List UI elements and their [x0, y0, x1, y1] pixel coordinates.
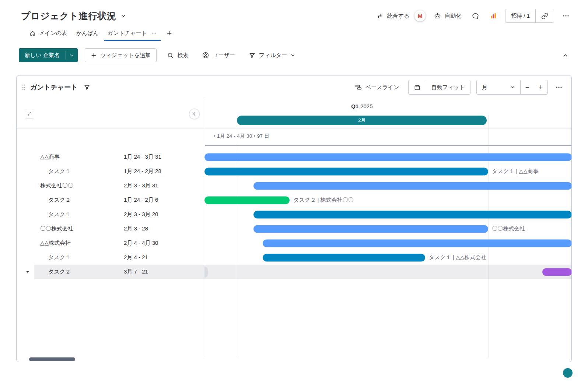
gantt-row[interactable]: タスク２1月 24 - 2月 6タスク２ | 株式会社〇〇	[17, 193, 571, 207]
row-dates: 1月 24 - 3月 31	[124, 150, 161, 164]
row-timeline-cell	[204, 207, 571, 222]
row-table-cell: タスク２3月 7 - 21	[17, 265, 204, 279]
baseline-button[interactable]: ベースライン	[352, 81, 402, 93]
row-dates: 2月 3 - 28	[124, 222, 148, 236]
gantt-row[interactable]: タスク１2月 4 - 21タスク１ | △△株式会社	[17, 250, 571, 265]
gantt-row[interactable]: 株式会社〇〇2月 3 - 3月 31	[17, 179, 571, 193]
collapse-panel-button[interactable]	[189, 109, 200, 119]
tab-label: ガントチャート	[108, 30, 147, 37]
gantt-row[interactable]: タスク１1月 24 - 2月 28タスク１ | △△商事	[17, 164, 571, 179]
row-timeline-cell: タスク１ | △△株式会社	[204, 250, 571, 265]
person-filter-label: ユーザー	[213, 52, 235, 59]
tab-main-table[interactable]: メインの表	[25, 27, 71, 40]
tab-gantt[interactable]: ガントチャート	[103, 27, 161, 40]
gantt-row[interactable]: タスク１2月 3 - 3月 20	[17, 207, 571, 222]
header-more-button[interactable]	[560, 10, 572, 22]
widget-controls: ベースライン 自動フィット 月	[352, 80, 564, 95]
new-item-dropdown-button[interactable]	[66, 48, 78, 62]
row-table-cell: △△株式会社2月 4 - 4月 30	[17, 236, 204, 250]
autofit-button[interactable]: 自動フィット	[426, 80, 470, 94]
new-item-split-button: 新しい 企業名	[19, 48, 78, 62]
gantt-bar[interactable]	[253, 211, 571, 218]
automate-label: 自動化	[445, 13, 461, 20]
timeline-header: Q12025 2月	[204, 99, 571, 128]
quarter-name: Q1	[351, 103, 358, 109]
title-chevron-icon[interactable]	[120, 13, 127, 19]
gantt-bar[interactable]	[263, 254, 425, 261]
row-timeline-cell	[204, 265, 571, 279]
add-widget-label: ウィジェットを追加	[100, 52, 151, 59]
row-name: タスク２	[48, 193, 71, 207]
bar-label: タスク１ | △△商事	[492, 164, 538, 179]
add-widget-button[interactable]: ウィジェットを追加	[85, 48, 157, 62]
row-resize-handle[interactable]	[204, 267, 208, 278]
notification-dot[interactable]	[563, 368, 573, 378]
gantt-table-header	[17, 99, 204, 128]
collapse-header-button[interactable]	[559, 50, 572, 61]
gantt-bar[interactable]	[253, 225, 488, 233]
zoom-out-button[interactable]: −	[521, 80, 534, 94]
gantt-bar[interactable]	[253, 182, 571, 190]
gantt-row[interactable]: △△株式会社2月 4 - 4月 30	[17, 236, 571, 250]
gantt-bar[interactable]	[204, 196, 290, 204]
search-button[interactable]: 検索	[164, 49, 192, 61]
row-dates: 3月 7 - 21	[124, 265, 148, 279]
zoom-in-button[interactable]: +	[534, 80, 547, 94]
row-dates: 2月 4 - 4月 30	[124, 236, 158, 250]
plus-icon	[91, 52, 97, 59]
row-dates: 2月 3 - 3月 20	[124, 207, 158, 222]
row-table-cell: タスク２1月 24 - 2月 6	[17, 193, 204, 207]
bar-label: タスク１ | △△株式会社	[429, 250, 486, 265]
filter-button[interactable]: フィルター	[245, 49, 299, 61]
row-table-cell: 株式会社〇〇2月 3 - 3月 31	[17, 179, 204, 193]
invite-share-group: 招待 / 1	[505, 9, 554, 23]
gmail-badge[interactable]: M	[414, 10, 426, 21]
calendar-button[interactable]	[409, 80, 426, 94]
row-table-cell: △△商事1月 24 - 3月 31	[17, 150, 204, 164]
gantt-bar[interactable]	[542, 268, 571, 276]
add-view-button[interactable]	[164, 27, 175, 39]
zoom-unit-select[interactable]: 月	[477, 80, 520, 94]
gantt-row[interactable]: △△商事1月 24 - 3月 31	[17, 150, 571, 164]
row-dates: 1月 24 - 2月 28	[124, 164, 161, 179]
row-dates: 2月 4 - 21	[124, 250, 148, 265]
gantt-row[interactable]: タスク２3月 7 - 21	[17, 265, 571, 279]
gantt-bar[interactable]	[204, 167, 488, 175]
widget-filter-icon[interactable]	[82, 82, 92, 92]
copy-link-button[interactable]	[536, 9, 554, 22]
project-summary-bar	[205, 145, 572, 146]
integrate-button[interactable]: 統合する	[374, 10, 412, 22]
row-name: 株式会社〇〇	[40, 179, 73, 193]
zoom-group: 月 − +	[476, 80, 548, 95]
widget-drag-handle[interactable]	[22, 84, 26, 91]
search-label: 検索	[177, 52, 188, 59]
row-timeline-cell	[204, 150, 571, 164]
integrate-label: 統合する	[387, 13, 409, 20]
integrate-icon	[376, 12, 384, 20]
board-toolbar: 新しい 企業名 ウィジェットを追加 検索 ユーザー	[0, 40, 588, 62]
gantt-header: Q12025 2月	[17, 99, 571, 128]
tab-kanban[interactable]: かんばん	[71, 27, 103, 40]
widget-more-button[interactable]	[554, 82, 564, 92]
new-item-button[interactable]: 新しい 企業名	[19, 48, 66, 62]
row-caret-icon[interactable]	[25, 265, 30, 279]
funnel-icon	[249, 52, 256, 59]
person-icon	[202, 52, 209, 59]
automate-button[interactable]: 自動化	[431, 10, 463, 22]
gantt-bar[interactable]	[263, 239, 571, 247]
chat-button[interactable]	[469, 10, 482, 22]
tab-options-icon[interactable]	[151, 30, 157, 36]
person-filter-button[interactable]: ユーザー	[199, 49, 238, 61]
month-pill[interactable]: 2月	[237, 116, 487, 125]
collapse-rows-button[interactable]	[25, 109, 34, 119]
page-title: プロジェクト進行状況	[21, 10, 116, 22]
horizontal-scrollbar[interactable]	[29, 357, 75, 361]
invite-button[interactable]: 招待 / 1	[505, 9, 535, 22]
gantt-row[interactable]: 〇〇株式会社2月 3 - 28〇〇株式会社	[17, 222, 571, 236]
chevron-down-icon	[510, 85, 515, 90]
row-table-cell: タスク１2月 4 - 21	[17, 250, 204, 265]
apps-marketplace-button[interactable]	[487, 10, 499, 22]
row-timeline-cell: 〇〇株式会社	[204, 222, 571, 236]
chevron-down-icon	[290, 53, 295, 58]
gantt-bar[interactable]	[204, 153, 571, 161]
